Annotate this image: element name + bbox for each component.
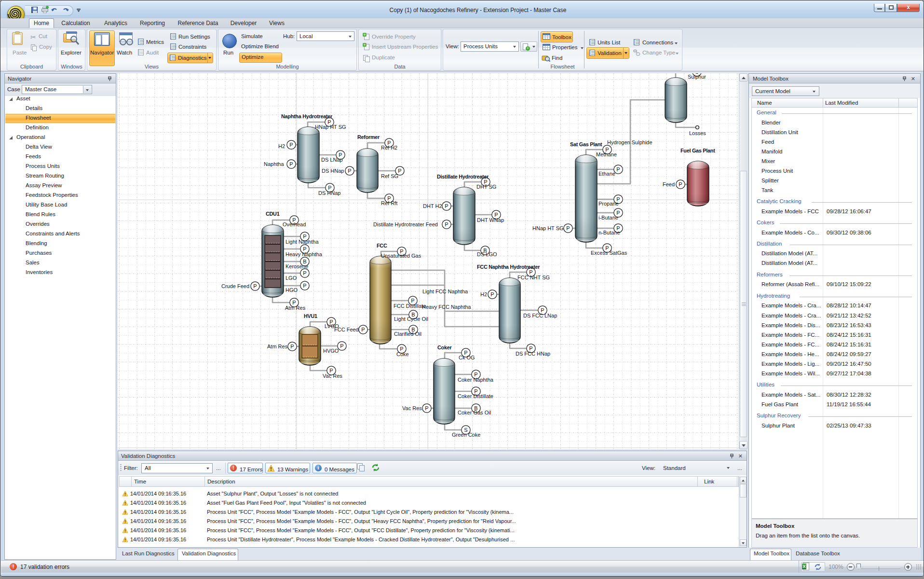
svg-text:Coker: Coker [437,345,452,350]
svg-text:DS LNap: DS LNap [321,157,343,163]
svg-text:Vac Res: Vac Res [323,373,342,379]
svg-text:Reformer: Reformer [357,134,380,140]
svg-text:Coker Distillate: Coker Distillate [458,393,493,399]
svg-text:Methane: Methane [596,152,617,157]
svg-text:DS HNap: DS HNap [318,190,340,196]
svg-text:DHT SG: DHT SG [476,184,496,190]
svg-text:FCC Feed: FCC Feed [334,327,359,332]
svg-text:Coke: Coke [396,351,409,357]
svg-text:Light FCC Naphtha: Light FCC Naphtha [422,289,468,294]
svg-text:P: P [398,168,401,174]
svg-text:Kerosene: Kerosene [285,263,308,269]
svg-text:P: P [340,343,343,349]
svg-text:P: P [361,327,365,332]
svg-text:FCC Naphtha Hydrotreater: FCC Naphtha Hydrotreater [477,264,540,270]
svg-text:DS FCC LNap: DS FCC LNap [523,313,557,318]
svg-text:P: P [616,166,620,172]
svg-text:P: P [490,291,494,297]
svg-text:P: P [445,203,448,209]
svg-text:Clarified Oil: Clarified Oil [394,331,421,337]
svg-text:Light Naphtha: Light Naphtha [285,239,319,245]
svg-text:FCC: FCC [377,243,387,248]
svg-text:P: P [253,283,257,289]
svg-text:Ref SG: Ref SG [381,173,398,179]
svg-text:P: P [290,344,294,349]
svg-text:Fuel Gas Plant: Fuel Gas Plant [680,148,715,153]
svg-text:DS LGO: DS LGO [477,251,497,257]
svg-text:Heavy FCC Naphtha: Heavy FCC Naphtha [422,304,471,310]
svg-text:Ethane: Ethane [598,171,615,177]
svg-text:Naphtha: Naphtha [264,161,284,167]
svg-text:H2: H2 [278,143,285,149]
svg-text:CDU1: CDU1 [266,211,280,217]
svg-text:n-Butane: n-Butane [598,230,620,235]
svg-text:Unsaturated Gas: Unsaturated Gas [381,253,421,259]
svg-text:Ref H2: Ref H2 [381,145,397,151]
svg-text:Vac Res: Vac Res [402,405,422,411]
svg-text:P: P [303,270,306,276]
svg-text:Feed: Feed [663,181,675,187]
svg-text:i-Butane: i-Butane [598,215,618,221]
svg-text:HNap HT SG: HNap HT SG [315,124,346,130]
svg-text:Sulphur: Sulphur [688,74,706,80]
svg-text:Distillate Hydrotreater: Distillate Hydrotreater [437,174,489,179]
svg-text:Green Coke: Green Coke [452,432,480,438]
svg-text:P: P [679,181,682,187]
svg-text:FCC Distillate: FCC Distillate [394,303,426,309]
svg-text:DS HNap: DS HNap [322,168,344,174]
svg-text:Atm Res: Atm Res [285,305,306,311]
svg-text:Distillate Hydrotreater Feed: Distillate Hydrotreater Feed [373,221,438,227]
svg-text:P: P [289,142,293,148]
svg-text:P: P [289,161,293,167]
svg-text:Naphtha Hydrotreater: Naphtha Hydrotreater [281,113,333,119]
svg-text:P: P [425,405,428,411]
svg-text:Hydrogen Sulphide: Hydrogen Sulphide [607,139,652,145]
svg-text:DHT H2: DHT H2 [423,203,442,209]
svg-text:Overhead: Overhead [283,221,306,227]
svg-text:P: P [303,283,306,289]
svg-text:HVGO: HVGO [323,348,339,354]
svg-text:Light Cycle Oil: Light Cycle Oil [394,316,428,322]
svg-text:Propane: Propane [598,201,619,207]
svg-text:DHT WNap: DHT WNap [477,217,504,223]
svg-text:Losses: Losses [689,130,706,136]
svg-text:LGO: LGO [285,275,297,281]
svg-text:HVU1: HVU1 [304,313,317,319]
svg-text:Crude Feed: Crude Feed [221,283,249,289]
svg-text:Sat Gas Plant: Sat Gas Plant [570,141,602,147]
svg-text:P: P [348,168,351,174]
svg-text:Coker Naphtha: Coker Naphtha [458,377,494,383]
svg-text:Ck OG: Ck OG [459,355,475,360]
svg-text:P: P [566,225,570,231]
svg-text:Coker Gas Oil: Coker Gas Oil [458,410,491,415]
svg-text:Ref Rft: Ref Rft [381,200,397,206]
svg-text:DS FCC HNap: DS FCC HNap [516,351,550,357]
svg-text:Excess SatGas: Excess SatGas [591,250,627,256]
svg-text:Atm Res: Atm Res [267,344,288,349]
svg-text:Heavy Naphtha: Heavy Naphtha [285,251,323,257]
svg-text:HGO: HGO [285,287,298,293]
svg-text:P: P [445,221,448,227]
svg-text:FCC NHT SG: FCC NHT SG [517,275,550,280]
svg-text:H2: H2 [480,291,487,297]
svg-text:HNap HT SG: HNap HT SG [532,225,564,231]
